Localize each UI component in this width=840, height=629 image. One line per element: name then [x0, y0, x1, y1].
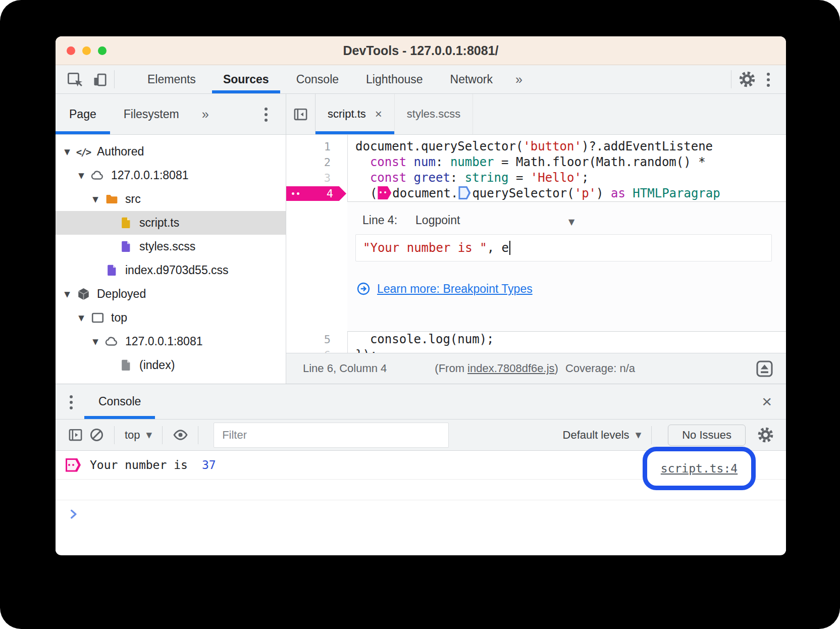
sidebar-tab-filesystem[interactable]: Filesystem — [110, 94, 193, 134]
context-selector[interactable]: top ▼ — [122, 429, 155, 442]
inline-logpoint-marker[interactable] — [378, 186, 391, 199]
no-issues-button[interactable]: No Issues — [668, 425, 746, 446]
tree-item-127-0-0-1-8081[interactable]: ▼127.0.0.1:8081 — [56, 164, 286, 187]
code-token: document. — [392, 186, 458, 200]
code-editor[interactable]: 1document.querySelector('button')?.addEv… — [286, 135, 786, 353]
code-line-text: document.querySelector('button')?.addEve… — [347, 139, 713, 154]
minimize-window-button[interactable] — [82, 46, 91, 55]
text-cursor — [509, 241, 510, 255]
logpoint-expression-input[interactable]: "Your number is ", e — [355, 234, 772, 261]
tree-item-script-ts[interactable]: script.ts — [56, 211, 286, 235]
folder-icon — [104, 192, 119, 207]
sidebar-tab-page[interactable]: Page — [56, 94, 110, 134]
logpoint-message-icon — [66, 458, 81, 472]
code-token: ( — [355, 186, 377, 200]
inspect-element-icon[interactable] — [64, 69, 85, 90]
inline-breakpoint-marker[interactable] — [458, 186, 470, 199]
tab-label: Sources — [223, 73, 269, 86]
tree-item-index-d9703d55-css[interactable]: index.d9703d55.css — [56, 258, 286, 282]
expand-arrow-icon[interactable]: ▼ — [62, 147, 73, 156]
more-tabs-icon[interactable]: » — [506, 65, 532, 93]
tree-item-top[interactable]: ▼top — [56, 306, 286, 330]
expand-arrow-icon[interactable]: ▼ — [62, 290, 73, 299]
show-drawer-icon[interactable] — [755, 359, 774, 378]
settings-gear-icon[interactable] — [737, 69, 758, 90]
line-number[interactable]: 6 — [286, 347, 347, 353]
code-token: as — [611, 186, 625, 200]
zoom-window-button[interactable] — [98, 46, 107, 55]
line-number[interactable]: 4 — [286, 186, 347, 201]
highlight-annotation: script.ts:4 — [643, 447, 756, 490]
logpoint-line-label: Line 4: — [362, 214, 397, 227]
hide-navigator-icon[interactable] — [286, 94, 316, 134]
line-number[interactable]: 3 — [286, 170, 347, 186]
console-prompt[interactable] — [56, 500, 786, 522]
window-title: DevTools - 127.0.0.1:8081/ — [343, 43, 498, 58]
file-css-icon — [104, 263, 119, 278]
tree-item-label: index.d9703d55.css — [125, 264, 229, 277]
console-filter-input[interactable] — [214, 423, 449, 448]
frame-icon — [90, 310, 105, 326]
more-navigator-tabs-icon[interactable]: » — [193, 94, 218, 134]
main-menu-icon[interactable] — [758, 69, 779, 90]
code-token — [355, 155, 370, 169]
tree-item-deployed[interactable]: ▼Deployed — [56, 282, 286, 306]
logpoint-gutter-badge[interactable]: 4 — [286, 186, 346, 201]
editor-tab-styles-scss[interactable]: styles.scss — [395, 94, 473, 134]
log-levels-selector[interactable]: Default levels ▼ — [560, 429, 645, 442]
sources-panel: PageFilesystem » ▼</>Authored▼127.0.0.1:… — [56, 94, 786, 384]
tree-item-label: Authored — [97, 145, 144, 159]
code-token: HTMLParagrap — [633, 186, 720, 200]
drawer-tab-console[interactable]: Console — [84, 384, 155, 419]
code-token: 'Hello' — [531, 171, 582, 185]
expand-arrow-icon[interactable]: ▼ — [90, 337, 101, 346]
line-number[interactable]: 1 — [286, 139, 347, 154]
expand-arrow-icon[interactable]: ▼ — [76, 171, 87, 180]
tab-elements[interactable]: Elements — [134, 65, 209, 93]
line-number[interactable]: 5 — [286, 332, 347, 347]
console-sidebar-icon[interactable] — [65, 425, 86, 446]
clear-console-icon[interactable] — [86, 425, 107, 446]
tab-network[interactable]: Network — [437, 65, 506, 93]
console-drawer: Console × top ▼ Default — [56, 384, 786, 555]
device-toolbar-icon[interactable] — [89, 69, 110, 90]
devtools-window: DevTools - 127.0.0.1:8081/ ElementsSourc… — [56, 36, 786, 555]
drawer-tab-label: Console — [98, 395, 141, 408]
tree-item--index-[interactable]: (index) — [56, 353, 286, 377]
code-token: document.querySelector( — [355, 139, 523, 153]
tree-item-authored[interactable]: ▼</>Authored — [56, 140, 286, 164]
tree-item-styles-scss[interactable]: styles.scss — [56, 235, 286, 258]
editor-tab-script-ts[interactable]: script.ts× — [316, 94, 395, 134]
close-drawer-icon[interactable]: × — [762, 384, 786, 419]
tab-sources[interactable]: Sources — [209, 65, 283, 93]
sidebar-tab-label: Page — [69, 108, 96, 121]
tree-item-127-0-0-1-8081[interactable]: ▼127.0.0.1:8081 — [56, 330, 286, 353]
drawer-menu-icon[interactable] — [70, 384, 73, 419]
cloud-icon — [90, 168, 105, 183]
expand-arrow-icon[interactable]: ▼ — [90, 195, 101, 204]
navigator-sidebar: PageFilesystem » ▼</>Authored▼127.0.0.1:… — [56, 94, 286, 384]
learn-more-link[interactable]: Learn more: Breakpoint Types — [377, 282, 533, 296]
tree-item-label: 127.0.0.1:8081 — [111, 169, 188, 182]
caret-down-icon[interactable]: ▼ — [568, 217, 574, 227]
source-mapping-note: (From index.7808df6e.js) — [435, 362, 558, 375]
live-expression-eye-icon[interactable] — [170, 425, 191, 446]
console-settings-gear-icon[interactable] — [755, 425, 776, 446]
mapped-file-link[interactable]: index.7808df6e.js — [467, 362, 554, 375]
code-token: }); — [355, 348, 377, 353]
tab-lighthouse[interactable]: Lighthouse — [352, 65, 437, 93]
code-token: querySelector( — [472, 186, 574, 200]
log-source-link[interactable]: script.ts:4 — [661, 462, 738, 475]
close-tab-icon[interactable]: × — [375, 107, 382, 121]
close-window-button[interactable] — [67, 46, 75, 55]
tab-console[interactable]: Console — [283, 65, 352, 93]
circle-arrow-icon — [356, 282, 371, 296]
tree-item-src[interactable]: ▼src — [56, 187, 286, 211]
breakpoint-type-select[interactable]: Logpoint — [415, 214, 460, 227]
log-message-text: Your number is — [90, 458, 188, 471]
toolbar-divider — [731, 70, 731, 88]
expand-arrow-icon[interactable]: ▼ — [76, 313, 87, 323]
navigator-menu-icon[interactable] — [255, 103, 277, 125]
navigator-tabs: PageFilesystem » — [56, 94, 286, 135]
line-number[interactable]: 2 — [286, 154, 347, 170]
